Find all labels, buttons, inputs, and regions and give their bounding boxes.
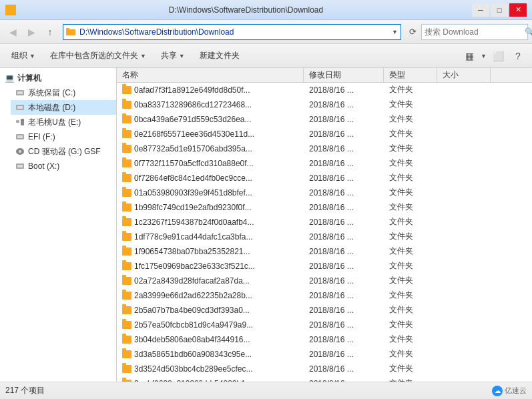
back-button[interactable]: ◀: [4, 23, 21, 41]
col-header-date[interactable]: 修改日期: [304, 68, 384, 82]
address-folder-icon: [66, 27, 77, 37]
file-list-container: 名称 修改日期 类型 大小 0afad7f3f1a8912e649fdd8d50…: [117, 68, 532, 382]
table-row[interactable]: 1f90654738ba07bba25352821... 2018/8/16 .…: [117, 244, 532, 259]
view-chevron[interactable]: ▼: [481, 53, 487, 59]
table-row[interactable]: 1fc175e0969bac23e633c3f521c... 2018/8/16…: [117, 259, 532, 274]
file-name-cell: 2a83999e66d2ad62235b2a28b...: [117, 288, 304, 302]
sidebar-d-label: 本地磁盘 (D:): [28, 102, 75, 113]
file-type-cell: 文件夹: [384, 112, 437, 126]
svg-rect-0: [7, 8, 15, 14]
title-bar: D:\Windows\SoftwareDistribution\Download…: [0, 0, 532, 20]
file-name-text: 1df778c9e91cad44dafc1ca3bfa...: [134, 232, 252, 242]
folder-icon: [122, 248, 131, 256]
folder-icon: [122, 159, 131, 167]
svg-rect-5: [17, 91, 23, 94]
help-button[interactable]: ?: [509, 47, 527, 65]
view-button[interactable]: ▦: [461, 47, 478, 65]
file-name-cell: 1b998fc749cd19e2afbd9230f0f...: [117, 200, 304, 214]
table-row[interactable]: 0ba833713289686cd12723468... 2018/8/16 .…: [117, 97, 532, 112]
file-name-cell: 0ba833713289686cd12723468...: [117, 97, 304, 111]
file-name-cell: 2b5a07b7ba4be09cd3df393a0...: [117, 303, 304, 317]
file-type-cell: 文件夹: [384, 230, 437, 244]
table-row[interactable]: 0e87732a5d1e915706abd395a... 2018/8/16 .…: [117, 141, 532, 156]
new-folder-button[interactable]: 新建文件夹: [194, 47, 246, 65]
main-area: 💻 计算机 系统保留 (C:) 本地磁盘 (D:) 老毛桃U盘 (E:): [0, 68, 532, 382]
search-icon: 🔍: [525, 27, 532, 37]
file-size-cell: [437, 112, 491, 126]
table-row[interactable]: 3eebf0638a31936fbbb54889b1... 2018/8/16 …: [117, 376, 532, 382]
table-row[interactable]: 3d3a58651bdb60a908343c95e... 2018/8/16 .…: [117, 347, 532, 362]
logo-text: 亿速云: [505, 386, 527, 396]
organize-button[interactable]: 组织 ▼: [5, 47, 41, 65]
address-bar[interactable]: ▼: [63, 24, 401, 40]
file-date-cell: 2018/8/16 ...: [304, 215, 384, 229]
file-name-text: 3eebf0638a31936fbbb54889b1...: [134, 379, 252, 382]
svg-rect-11: [17, 135, 23, 138]
file-date-cell: 2018/8/16 ...: [304, 230, 384, 244]
file-list-header: 名称 修改日期 类型 大小: [117, 68, 532, 83]
minimize-button[interactable]: ─: [472, 3, 489, 17]
file-date-cell: 2018/8/16 ...: [304, 288, 384, 302]
drive-f-icon: [15, 131, 25, 142]
close-button[interactable]: ✕: [509, 3, 527, 17]
table-row[interactable]: 1c23267f1594387b24f0d0aafb4... 2018/8/16…: [117, 215, 532, 230]
table-row[interactable]: 1df778c9e91cad44dafc1ca3bfa... 2018/8/16…: [117, 230, 532, 244]
file-type-cell: 文件夹: [384, 185, 437, 200]
sidebar-item-c[interactable]: 系统保留 (C:): [11, 85, 116, 100]
table-row[interactable]: 2b5a07b7ba4be09cd3df393a0... 2018/8/16 .…: [117, 303, 532, 318]
file-type-cell: 文件夹: [384, 376, 437, 382]
table-row[interactable]: 2a83999e66d2ad62235b2a28b... 2018/8/16 .…: [117, 288, 532, 303]
address-input[interactable]: [79, 27, 392, 37]
table-row[interactable]: 3d3524d503bbc4cb289ee5cfec... 2018/8/16 …: [117, 362, 532, 376]
table-row[interactable]: 01a053980903f39e9f451d8bfef... 2018/8/16…: [117, 185, 532, 200]
file-name-text: 1f90654738ba07bba25352821...: [134, 247, 250, 256]
sidebar-item-x[interactable]: Boot (X:): [11, 159, 116, 173]
table-row[interactable]: 3b04deb5806ae08ab4f344916... 2018/8/16 .…: [117, 332, 532, 347]
sidebar-item-d[interactable]: 本地磁盘 (D:): [11, 100, 116, 115]
table-row[interactable]: 0f72864ef8c84c1ed4fb0ec9cce... 2018/8/16…: [117, 171, 532, 185]
table-row[interactable]: 02a72a8439d28fdfacaf2a87da... 2018/8/16 …: [117, 274, 532, 288]
file-size-cell: [437, 318, 491, 332]
svg-rect-15: [17, 165, 23, 167]
maximize-button[interactable]: □: [491, 3, 508, 17]
table-row[interactable]: 0bca439a6e791d559c53d26ea... 2018/8/16 .…: [117, 112, 532, 127]
sidebar-x-label: Boot (X:): [28, 161, 59, 171]
table-row[interactable]: 2b57ea50fcbcb81d9c4a9479a9... 2018/8/16 …: [117, 318, 532, 332]
file-date-cell: 2018/8/16 ...: [304, 362, 384, 376]
file-name-cell: 1df778c9e91cad44dafc1ca3bfa...: [117, 230, 304, 244]
status-logo: ☁ 亿速云: [492, 386, 527, 396]
forward-button[interactable]: ▶: [23, 23, 40, 41]
file-date-cell: 2018/8/16 ...: [304, 376, 384, 382]
file-name-text: 0f72864ef8c84c1ed4fb0ec9cce...: [134, 173, 252, 183]
file-size-cell: [437, 97, 491, 111]
file-size-cell: [437, 347, 491, 361]
preview-pane-button[interactable]: ⬜: [489, 47, 507, 65]
col-header-name[interactable]: 名称: [117, 68, 304, 82]
file-name-cell: 2b57ea50fcbcb81d9c4a9479a9...: [117, 318, 304, 332]
refresh-button[interactable]: ⟳: [405, 25, 420, 39]
sidebar-item-f[interactable]: EFI (F:): [11, 129, 116, 144]
table-row[interactable]: 1b998fc749cd19e2afbd9230f0f... 2018/8/16…: [117, 200, 532, 215]
file-date-cell: 2018/8/16 ...: [304, 171, 384, 185]
file-type-cell: 文件夹: [384, 362, 437, 376]
include-library-button[interactable]: 在库中包含所选的文件夹 ▼: [44, 47, 152, 65]
share-label: 共享: [161, 50, 177, 61]
file-type-cell: 文件夹: [384, 259, 437, 273]
search-input[interactable]: [425, 27, 525, 37]
svg-rect-1: [7, 7, 10, 9]
table-row[interactable]: 0f7732f11570a5cffcd310a88e0f... 2018/8/1…: [117, 156, 532, 171]
sidebar-header-computer: 💻 计算机: [0, 71, 116, 85]
col-header-type[interactable]: 类型: [384, 68, 437, 82]
address-dropdown-icon[interactable]: ▼: [392, 29, 398, 35]
svg-rect-3: [66, 28, 69, 30]
sidebar-item-g[interactable]: CD 驱动器 (G:) GSF: [11, 144, 116, 159]
search-box[interactable]: 🔍: [421, 24, 528, 40]
file-name-text: 3d3a58651bdb60a908343c95e...: [134, 350, 252, 359]
table-row[interactable]: 0e2168f65571eee36d4530e11d... 2018/8/16 …: [117, 127, 532, 141]
up-button[interactable]: ↑: [41, 23, 59, 41]
col-header-size[interactable]: 大小: [437, 68, 491, 82]
table-row[interactable]: 0afad7f3f1a8912e649fdd8d50f... 2018/8/16…: [117, 83, 532, 97]
sidebar-item-e[interactable]: 老毛桃U盘 (E:): [11, 115, 116, 129]
share-button[interactable]: 共享 ▼: [155, 47, 191, 65]
folder-icon: [122, 218, 131, 226]
